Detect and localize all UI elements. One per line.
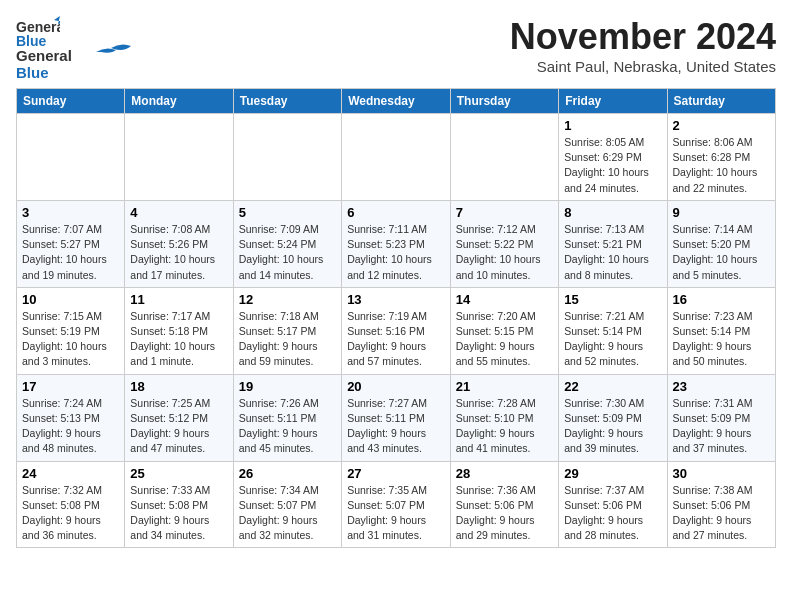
day-number: 7 [456,205,553,220]
svg-text:Blue: Blue [16,64,49,80]
calendar-cell: 26Sunrise: 7:34 AM Sunset: 5:07 PM Dayli… [233,461,341,548]
day-info: Sunrise: 7:36 AM Sunset: 5:06 PM Dayligh… [456,483,553,544]
day-info: Sunrise: 7:13 AM Sunset: 5:21 PM Dayligh… [564,222,661,283]
day-number: 29 [564,466,661,481]
day-info: Sunrise: 7:15 AM Sunset: 5:19 PM Dayligh… [22,309,119,370]
day-number: 6 [347,205,445,220]
day-number: 16 [673,292,771,307]
day-number: 26 [239,466,336,481]
day-info: Sunrise: 7:07 AM Sunset: 5:27 PM Dayligh… [22,222,119,283]
day-info: Sunrise: 7:31 AM Sunset: 5:09 PM Dayligh… [673,396,771,457]
calendar-cell: 25Sunrise: 7:33 AM Sunset: 5:08 PM Dayli… [125,461,233,548]
calendar-cell: 1Sunrise: 8:05 AM Sunset: 6:29 PM Daylig… [559,114,667,201]
day-number: 19 [239,379,336,394]
calendar-table: SundayMondayTuesdayWednesdayThursdayFrid… [16,88,776,548]
day-info: Sunrise: 7:08 AM Sunset: 5:26 PM Dayligh… [130,222,227,283]
day-info: Sunrise: 7:32 AM Sunset: 5:08 PM Dayligh… [22,483,119,544]
day-info: Sunrise: 7:25 AM Sunset: 5:12 PM Dayligh… [130,396,227,457]
column-header-wednesday: Wednesday [342,89,451,114]
calendar-cell: 22Sunrise: 7:30 AM Sunset: 5:09 PM Dayli… [559,374,667,461]
page-header: General Blue General Blue November 2024 … [16,16,776,80]
day-info: Sunrise: 7:34 AM Sunset: 5:07 PM Dayligh… [239,483,336,544]
logo-svg: General Blue [16,44,136,80]
calendar-cell: 10Sunrise: 7:15 AM Sunset: 5:19 PM Dayli… [17,287,125,374]
day-number: 20 [347,379,445,394]
day-info: Sunrise: 7:12 AM Sunset: 5:22 PM Dayligh… [456,222,553,283]
day-info: Sunrise: 7:11 AM Sunset: 5:23 PM Dayligh… [347,222,445,283]
calendar-cell: 23Sunrise: 7:31 AM Sunset: 5:09 PM Dayli… [667,374,776,461]
day-number: 23 [673,379,771,394]
calendar-cell: 28Sunrise: 7:36 AM Sunset: 5:06 PM Dayli… [450,461,558,548]
calendar-week-row: 17Sunrise: 7:24 AM Sunset: 5:13 PM Dayli… [17,374,776,461]
calendar-week-row: 24Sunrise: 7:32 AM Sunset: 5:08 PM Dayli… [17,461,776,548]
day-info: Sunrise: 7:23 AM Sunset: 5:14 PM Dayligh… [673,309,771,370]
day-number: 9 [673,205,771,220]
day-info: Sunrise: 8:06 AM Sunset: 6:28 PM Dayligh… [673,135,771,196]
day-number: 11 [130,292,227,307]
day-info: Sunrise: 7:33 AM Sunset: 5:08 PM Dayligh… [130,483,227,544]
calendar-cell: 30Sunrise: 7:38 AM Sunset: 5:06 PM Dayli… [667,461,776,548]
calendar-cell [342,114,451,201]
calendar-cell: 7Sunrise: 7:12 AM Sunset: 5:22 PM Daylig… [450,200,558,287]
calendar-cell [17,114,125,201]
calendar-cell: 9Sunrise: 7:14 AM Sunset: 5:20 PM Daylig… [667,200,776,287]
day-number: 2 [673,118,771,133]
day-info: Sunrise: 7:14 AM Sunset: 5:20 PM Dayligh… [673,222,771,283]
day-number: 22 [564,379,661,394]
day-number: 8 [564,205,661,220]
calendar-cell: 14Sunrise: 7:20 AM Sunset: 5:15 PM Dayli… [450,287,558,374]
calendar-cell: 24Sunrise: 7:32 AM Sunset: 5:08 PM Dayli… [17,461,125,548]
svg-text:General: General [16,47,72,64]
calendar-cell: 3Sunrise: 7:07 AM Sunset: 5:27 PM Daylig… [17,200,125,287]
logo: General Blue General Blue [16,16,136,80]
column-header-monday: Monday [125,89,233,114]
day-number: 15 [564,292,661,307]
day-number: 21 [456,379,553,394]
day-number: 1 [564,118,661,133]
day-number: 4 [130,205,227,220]
day-info: Sunrise: 7:21 AM Sunset: 5:14 PM Dayligh… [564,309,661,370]
calendar-cell: 21Sunrise: 7:28 AM Sunset: 5:10 PM Dayli… [450,374,558,461]
day-info: Sunrise: 7:20 AM Sunset: 5:15 PM Dayligh… [456,309,553,370]
location-subtitle: Saint Paul, Nebraska, United States [510,58,776,75]
day-number: 10 [22,292,119,307]
day-info: Sunrise: 7:18 AM Sunset: 5:17 PM Dayligh… [239,309,336,370]
day-number: 3 [22,205,119,220]
calendar-cell: 12Sunrise: 7:18 AM Sunset: 5:17 PM Dayli… [233,287,341,374]
day-number: 30 [673,466,771,481]
title-block: November 2024 Saint Paul, Nebraska, Unit… [510,16,776,75]
calendar-cell: 29Sunrise: 7:37 AM Sunset: 5:06 PM Dayli… [559,461,667,548]
calendar-cell: 8Sunrise: 7:13 AM Sunset: 5:21 PM Daylig… [559,200,667,287]
column-header-thursday: Thursday [450,89,558,114]
calendar-header-row: SundayMondayTuesdayWednesdayThursdayFrid… [17,89,776,114]
calendar-cell: 4Sunrise: 7:08 AM Sunset: 5:26 PM Daylig… [125,200,233,287]
calendar-cell [450,114,558,201]
day-number: 12 [239,292,336,307]
day-info: Sunrise: 7:37 AM Sunset: 5:06 PM Dayligh… [564,483,661,544]
calendar-cell: 20Sunrise: 7:27 AM Sunset: 5:11 PM Dayli… [342,374,451,461]
day-number: 14 [456,292,553,307]
calendar-week-row: 1Sunrise: 8:05 AM Sunset: 6:29 PM Daylig… [17,114,776,201]
day-info: Sunrise: 7:24 AM Sunset: 5:13 PM Dayligh… [22,396,119,457]
day-number: 13 [347,292,445,307]
column-header-tuesday: Tuesday [233,89,341,114]
calendar-cell: 18Sunrise: 7:25 AM Sunset: 5:12 PM Dayli… [125,374,233,461]
column-header-friday: Friday [559,89,667,114]
calendar-cell [233,114,341,201]
day-info: Sunrise: 7:28 AM Sunset: 5:10 PM Dayligh… [456,396,553,457]
day-info: Sunrise: 7:19 AM Sunset: 5:16 PM Dayligh… [347,309,445,370]
calendar-cell: 15Sunrise: 7:21 AM Sunset: 5:14 PM Dayli… [559,287,667,374]
calendar-week-row: 10Sunrise: 7:15 AM Sunset: 5:19 PM Dayli… [17,287,776,374]
day-info: Sunrise: 7:17 AM Sunset: 5:18 PM Dayligh… [130,309,227,370]
day-info: Sunrise: 8:05 AM Sunset: 6:29 PM Dayligh… [564,135,661,196]
calendar-week-row: 3Sunrise: 7:07 AM Sunset: 5:27 PM Daylig… [17,200,776,287]
calendar-cell: 16Sunrise: 7:23 AM Sunset: 5:14 PM Dayli… [667,287,776,374]
month-title: November 2024 [510,16,776,58]
calendar-cell: 17Sunrise: 7:24 AM Sunset: 5:13 PM Dayli… [17,374,125,461]
column-header-saturday: Saturday [667,89,776,114]
calendar-cell: 5Sunrise: 7:09 AM Sunset: 5:24 PM Daylig… [233,200,341,287]
column-header-sunday: Sunday [17,89,125,114]
day-info: Sunrise: 7:26 AM Sunset: 5:11 PM Dayligh… [239,396,336,457]
calendar-cell [125,114,233,201]
day-number: 18 [130,379,227,394]
